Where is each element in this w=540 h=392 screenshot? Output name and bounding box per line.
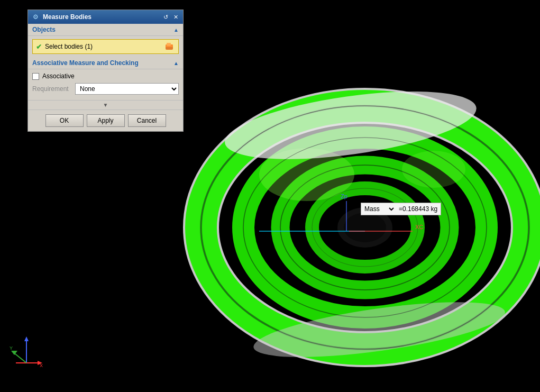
svg-text:Zp: Zp [341, 193, 347, 199]
dialog-title-icon: ⚙ [31, 13, 40, 21]
coordinate-axes: X Y [8, 334, 45, 371]
associative-section-title[interactable]: Associative Measure and Checking [32, 59, 139, 67]
select-bodies-row[interactable]: ✔ Select bodies (1) [32, 39, 179, 54]
titlebar-buttons: ↺ ✕ [161, 13, 180, 21]
dialog-titlebar: ⚙ Measure Bodies ↺ ✕ [28, 10, 183, 24]
associative-row: Associative [32, 72, 179, 80]
associative-section-header: Associative Measure and Checking ▲ [28, 57, 183, 69]
mass-value: =0.168443 kg [396, 205, 441, 213]
cancel-button[interactable]: Cancel [128, 114, 166, 127]
apply-button[interactable]: Apply [87, 114, 125, 127]
associative-label: Associative [42, 72, 75, 80]
body-3d-icon [163, 41, 175, 52]
objects-section-body: ✔ Select bodies (1) [28, 36, 183, 57]
svg-text:X: X [40, 363, 43, 368]
button-row: OK Apply Cancel [28, 110, 183, 131]
objects-collapse-icon[interactable]: ▲ [173, 27, 179, 33]
objects-section-title[interactable]: Objects [32, 26, 56, 33]
measure-bodies-dialog: ⚙ Measure Bodies ↺ ✕ Objects ▲ ✔ Select … [28, 10, 184, 132]
mass-type-select[interactable]: Mass Volume Area Density [361, 203, 396, 215]
associative-checkbox[interactable] [32, 73, 39, 80]
reset-button[interactable]: ↺ [161, 13, 170, 21]
objects-section-header: Objects ▲ [28, 24, 183, 36]
dialog-title-text: Measure Bodies [43, 13, 158, 21]
associative-collapse-icon[interactable]: ▲ [173, 60, 179, 66]
svg-text:Y: Y [10, 345, 13, 351]
svg-line-27 [13, 352, 26, 363]
close-button[interactable]: ✕ [171, 13, 180, 21]
divider-row: ▼ [28, 100, 183, 110]
svg-marker-24 [24, 336, 29, 341]
svg-text:XC: XC [415, 224, 423, 230]
svg-rect-33 [167, 43, 171, 46]
svg-point-9 [402, 151, 465, 188]
chevron-down-icon[interactable]: ▼ [103, 102, 108, 108]
requirement-select[interactable]: None Minimum Maximum [75, 83, 179, 95]
dialog-body: Objects ▲ ✔ Select bodies (1) Associativ… [28, 24, 183, 131]
requirement-row: Requirement None Minimum Maximum [32, 83, 179, 95]
ok-button[interactable]: OK [45, 114, 84, 127]
requirement-label: Requirement [32, 85, 72, 93]
svg-point-11 [344, 213, 386, 242]
mass-tooltip: Mass Volume Area Density =0.168443 kg [361, 203, 441, 215]
select-bodies-label: Select bodies (1) [45, 43, 160, 50]
check-icon: ✔ [36, 43, 42, 51]
associative-section-body: Associative Requirement None Minimum Max… [28, 69, 183, 100]
